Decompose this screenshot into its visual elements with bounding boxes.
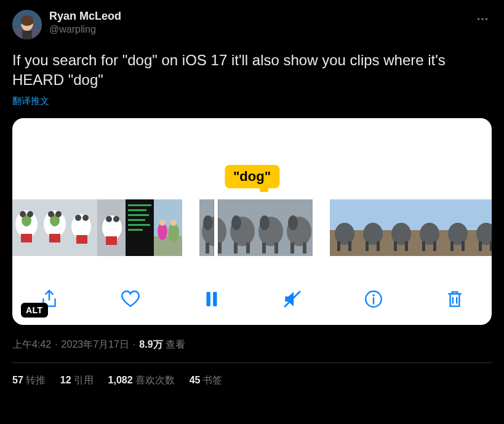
svg-rect-60 — [290, 242, 294, 254]
tweet-date[interactable]: 2023年7月17日 — [62, 339, 129, 350]
author-names: Ryan McLeod @warpling — [49, 10, 473, 35]
svg-rect-92 — [206, 292, 210, 306]
video-frame — [386, 199, 415, 256]
svg-rect-46 — [218, 242, 222, 254]
svg-rect-30 — [128, 204, 151, 206]
clip-group — [12, 199, 182, 256]
clip-group — [199, 199, 313, 256]
retweets-stat[interactable]: 57转推 — [12, 374, 46, 387]
svg-point-44 — [203, 215, 213, 230]
svg-point-16 — [48, 211, 54, 217]
bookmarks-stat[interactable]: 45书签 — [190, 374, 223, 387]
trash-icon — [444, 289, 465, 310]
video-frame — [41, 199, 69, 256]
svg-rect-65 — [337, 241, 340, 251]
svg-point-10 — [20, 211, 26, 217]
svg-point-27 — [113, 216, 119, 222]
more-button[interactable] — [473, 10, 492, 31]
svg-rect-51 — [246, 242, 250, 254]
tweet-meta: 上午4:42·2023年7月17日·8.9万 查看 — [12, 338, 492, 351]
svg-rect-45 — [206, 242, 209, 254]
svg-rect-12 — [21, 234, 32, 242]
more-icon — [476, 12, 489, 26]
views-label: 查看 — [166, 339, 185, 350]
pause-icon — [201, 289, 222, 310]
clip-group — [330, 199, 492, 256]
mute-button[interactable] — [279, 286, 306, 313]
tweet-time[interactable]: 上午4:42 — [12, 339, 51, 350]
svg-rect-29 — [126, 199, 154, 256]
tweet-container: Ryan McLeod @warpling If you search for … — [0, 0, 504, 387]
video-frame — [69, 199, 97, 256]
handle[interactable]: @warpling — [49, 23, 473, 35]
svg-rect-90 — [479, 241, 482, 251]
video-frame — [97, 199, 126, 256]
svg-rect-81 — [433, 241, 436, 251]
svg-rect-28 — [106, 236, 117, 245]
svg-rect-86 — [462, 241, 465, 251]
svg-point-22 — [82, 215, 89, 221]
svg-rect-37 — [154, 236, 182, 256]
video-frame — [154, 199, 182, 256]
video-frame — [415, 199, 443, 256]
svg-rect-32 — [128, 214, 149, 216]
delete-button[interactable] — [441, 286, 468, 313]
tweet-header: Ryan McLeod @warpling — [12, 10, 492, 39]
pause-button[interactable] — [198, 286, 225, 313]
svg-point-54 — [260, 215, 270, 230]
svg-rect-71 — [377, 241, 380, 251]
info-icon — [363, 289, 384, 310]
svg-rect-31 — [128, 209, 146, 211]
avatar[interactable] — [12, 10, 42, 39]
quotes-stat[interactable]: 12引用 — [60, 374, 94, 387]
svg-rect-18 — [49, 234, 60, 242]
video-frame — [228, 199, 256, 256]
media-toolbar — [12, 286, 492, 313]
speaker-muted-icon — [282, 289, 303, 310]
video-frame — [284, 199, 313, 256]
svg-point-59 — [288, 215, 298, 230]
info-button[interactable] — [360, 286, 387, 313]
video-frame — [330, 199, 358, 256]
svg-point-49 — [231, 215, 241, 230]
svg-rect-61 — [303, 242, 306, 254]
svg-point-4 — [478, 18, 480, 20]
svg-rect-56 — [274, 242, 278, 254]
avatar-image — [12, 10, 42, 39]
svg-rect-33 — [128, 219, 145, 221]
svg-rect-75 — [394, 241, 397, 251]
video-frame — [471, 199, 492, 256]
svg-rect-70 — [366, 241, 369, 251]
video-frame — [358, 199, 386, 256]
svg-point-11 — [27, 211, 33, 217]
tweet-text: If you search for "dog" on iOS 17 it'll … — [12, 50, 492, 90]
svg-point-17 — [55, 211, 62, 217]
svg-rect-50 — [234, 242, 238, 254]
svg-point-21 — [75, 215, 81, 221]
search-tooltip: "dog" — [225, 165, 279, 188]
translate-link[interactable]: 翻译推文 — [12, 95, 49, 107]
alt-badge[interactable]: ALT — [21, 303, 48, 318]
svg-rect-76 — [405, 241, 408, 251]
video-frame — [12, 199, 41, 256]
display-name[interactable]: Ryan McLeod — [49, 10, 473, 23]
svg-rect-91 — [490, 241, 492, 251]
svg-point-5 — [481, 18, 484, 20]
svg-point-40 — [159, 220, 166, 226]
playhead[interactable] — [214, 199, 218, 256]
like-button[interactable] — [117, 286, 144, 313]
video-frame — [256, 199, 284, 256]
svg-rect-35 — [128, 229, 143, 231]
video-frame — [126, 199, 154, 256]
video-frame — [199, 199, 228, 256]
svg-rect-34 — [128, 224, 150, 226]
video-scrubber[interactable] — [12, 199, 492, 256]
media-card[interactable]: "dog" — [12, 118, 492, 325]
views-count: 8.9万 — [139, 339, 162, 350]
svg-point-41 — [170, 220, 177, 226]
svg-rect-23 — [76, 235, 87, 244]
likes-stat[interactable]: 1,082喜欢次数 — [108, 374, 175, 387]
video-frame — [443, 199, 471, 256]
svg-rect-55 — [262, 242, 266, 254]
stats-row: 57转推 12引用 1,082喜欢次数 45书签 — [12, 363, 492, 387]
